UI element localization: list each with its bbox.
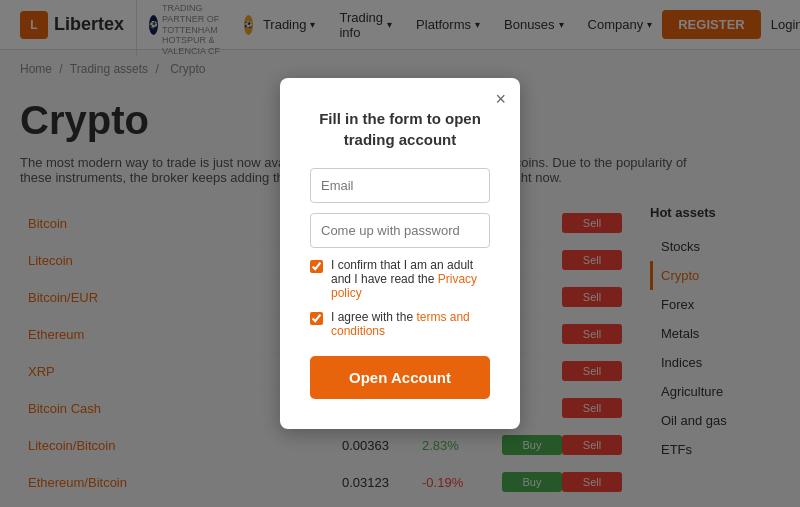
checkbox2-text: I agree with the	[331, 310, 416, 324]
email-field[interactable]	[310, 168, 490, 203]
modal-close-button[interactable]: ×	[495, 90, 506, 108]
open-account-button[interactable]: Open Account	[310, 356, 490, 399]
privacy-policy-row: I confirm that I am an adult and I have …	[310, 258, 490, 300]
adult-confirm-checkbox[interactable]	[310, 260, 323, 273]
modal-title: Fill in the form to open trading account	[310, 108, 490, 150]
modal-overlay[interactable]: × Fill in the form to open trading accou…	[0, 0, 800, 507]
terms-row: I agree with the terms and conditions	[310, 310, 490, 338]
terms-checkbox[interactable]	[310, 312, 323, 325]
modal-dialog: × Fill in the form to open trading accou…	[280, 78, 520, 429]
password-field[interactable]	[310, 213, 490, 248]
